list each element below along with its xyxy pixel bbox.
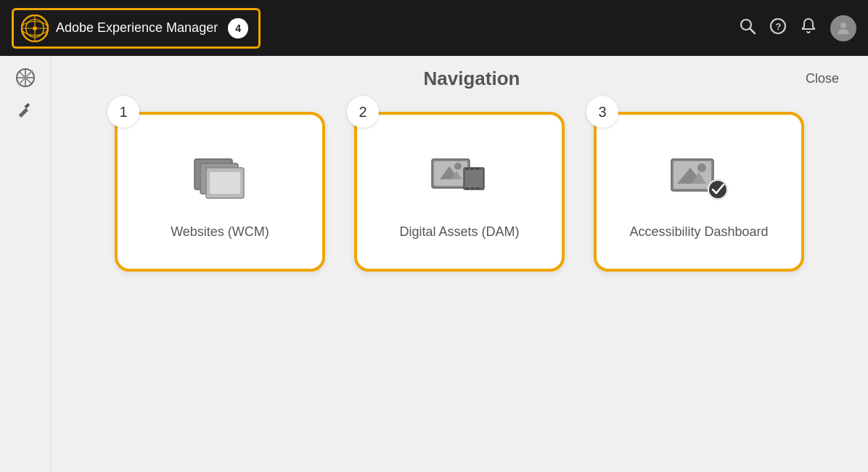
card-number-2: 2 xyxy=(347,96,379,128)
header: Adobe Experience Manager 4 ? xyxy=(0,0,868,56)
svg-point-43 xyxy=(709,181,726,198)
card-number-1: 1 xyxy=(107,96,139,128)
card-wrapper-dam: 2 xyxy=(354,112,565,272)
header-badge: 4 xyxy=(228,18,248,38)
nav-card-websites[interactable]: Websites (WCM) xyxy=(115,112,325,272)
nav-title: Navigation xyxy=(138,68,806,90)
aem-logo-icon xyxy=(21,15,49,42)
close-button[interactable]: Close xyxy=(806,71,839,86)
svg-text:?: ? xyxy=(776,21,782,32)
avatar[interactable] xyxy=(830,15,856,41)
tools-icon[interactable] xyxy=(16,102,35,121)
svg-rect-31 xyxy=(466,168,469,170)
header-actions: ? xyxy=(739,15,856,41)
card-label-websites: Websites (WCM) xyxy=(171,224,269,240)
main-content: Navigation Close 1 xyxy=(51,56,868,472)
svg-rect-33 xyxy=(476,168,479,170)
svg-rect-36 xyxy=(476,187,479,190)
svg-rect-19 xyxy=(24,103,30,109)
search-icon[interactable] xyxy=(739,17,756,39)
websites-icon xyxy=(191,145,249,210)
svg-rect-30 xyxy=(465,170,483,187)
nav-cards: 1 Websites (W xyxy=(80,112,839,272)
card-wrapper-accessibility: 3 xyxy=(594,112,804,272)
sidebar xyxy=(0,56,51,472)
header-brand[interactable]: Adobe Experience Manager 4 xyxy=(12,8,261,49)
header-title: Adobe Experience Manager xyxy=(56,20,218,36)
card-label-dam: Digital Assets (DAM) xyxy=(399,224,519,240)
card-label-accessibility: Accessibility Dashboard xyxy=(629,224,768,240)
dam-icon xyxy=(429,145,491,210)
svg-rect-34 xyxy=(466,187,469,190)
help-icon[interactable]: ? xyxy=(769,17,787,39)
nav-panel: Navigation Close 1 xyxy=(0,56,868,472)
svg-rect-23 xyxy=(210,172,240,194)
card-number-3: 3 xyxy=(586,96,618,128)
svg-line-7 xyxy=(750,28,756,33)
svg-point-28 xyxy=(454,163,462,170)
accessibility-icon xyxy=(668,145,730,210)
nav-card-accessibility[interactable]: Accessibility Dashboard xyxy=(594,112,804,272)
svg-rect-35 xyxy=(471,187,474,190)
notifications-icon[interactable] xyxy=(800,17,817,39)
compass-icon[interactable] xyxy=(15,68,36,88)
svg-point-41 xyxy=(697,163,706,172)
nav-card-dam[interactable]: Digital Assets (DAM) xyxy=(354,112,565,272)
svg-rect-18 xyxy=(18,108,28,118)
nav-header: Navigation Close xyxy=(80,68,839,90)
svg-point-10 xyxy=(840,23,846,28)
svg-rect-32 xyxy=(471,168,474,170)
card-wrapper-websites: 1 Websites (W xyxy=(115,112,325,272)
